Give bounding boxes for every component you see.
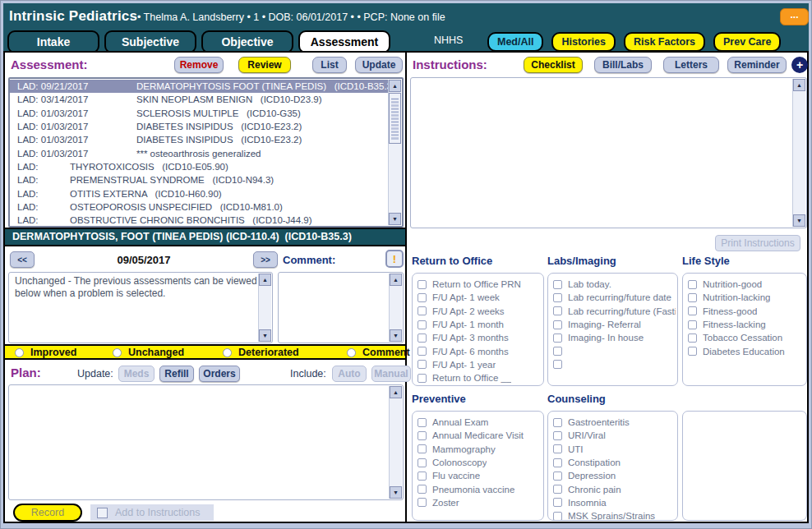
assessment-note-textarea[interactable]: Unchanged - The previous assessments can… [8,272,273,343]
scroll-up-icon[interactable]: ▲ [390,274,402,286]
assessment-row[interactable]: LAD:OSTEOPOROSIS UNSPECIFIED (ICD10-M81.… [10,200,388,214]
checkbox-icon[interactable] [553,431,562,440]
checkbox-icon[interactable] [553,306,562,315]
checkbox-item-chronic-pain[interactable]: Chronic pain [553,482,676,495]
checkbox-item-diabetes-education[interactable]: Diabetes Education [688,344,805,357]
checkbox-icon[interactable] [418,485,427,494]
assessment-row[interactable]: LAD:THYROTOXICOSIS (ICD10-E05.90) [10,160,388,173]
checkbox-icon[interactable] [688,293,697,302]
note-scrollbar[interactable]: ▲ ▼ [258,274,271,342]
checkbox-icon[interactable] [553,472,562,481]
bill-labs-button[interactable]: Bill/Labs [594,57,652,73]
med-all-button[interactable]: Med/All [487,32,543,52]
scroll-down-icon[interactable]: ▼ [390,486,402,499]
record-button[interactable]: Record [13,504,82,522]
manual-button[interactable]: Manual [371,366,411,382]
next-date-button[interactable]: >> [253,251,278,268]
tab-assessment[interactable]: Assessment [298,30,390,53]
checklist-button[interactable]: Checklist [524,57,583,73]
checkbox-icon[interactable] [418,431,427,440]
checkbox-icon[interactable] [553,360,562,369]
risk-factors-button[interactable]: Risk Factors [624,32,705,52]
instructions-scrollbar[interactable]: ▲ ▼ [792,79,805,227]
checkbox-icon[interactable] [688,347,697,356]
checkbox-item-f-u-apt-6-months[interactable]: F/U Apt- 6 months [418,344,542,357]
prev-care-button[interactable]: Prev Care [713,32,781,52]
add-to-instructions-checkbox[interactable] [97,508,108,518]
checkbox-icon[interactable] [418,347,427,356]
status-option-improved[interactable]: Improved [15,347,76,358]
scroll-down-icon[interactable]: ▼ [389,213,401,225]
checkbox-item-lab-recurring-future-date[interactable]: Lab recurring/future date [553,291,676,304]
orders-button[interactable]: Orders [199,366,240,382]
alert-button[interactable]: ! [385,250,404,268]
assessment-row[interactable]: LAD: 09/21/2017DERMATOPHYTOSIS FOOT (TIN… [10,80,388,93]
checkbox-icon[interactable] [553,334,562,343]
checkbox-item-colonoscopy[interactable]: Colonoscopy [418,456,542,469]
checkbox-icon[interactable] [418,293,427,302]
checkbox-item-lab-recurring-future-fasti[interactable]: Lab recurring/future (Fasti [553,305,676,318]
plan-scrollbar[interactable]: ▲ ▼ [389,386,402,499]
reminder-button[interactable]: Reminder [727,57,787,73]
meds-button[interactable]: Meds [118,366,155,382]
assessment-row[interactable]: LAD: 03/14/2017SKIN NEOPLASM BENIGN (ICD… [10,93,388,106]
checkbox-item-annual-medicare-visit[interactable]: Annual Medicare Visit [418,429,542,442]
checkbox-item-insomnia[interactable]: Insomnia [553,496,676,509]
checkbox-item-gastroenteritis[interactable]: Gastroenteritis [553,416,676,429]
checkbox-icon[interactable] [418,306,427,315]
list-button[interactable]: List [312,57,347,73]
checkbox-item-fitness-good[interactable]: Fitness-good [688,305,805,318]
print-instructions-button[interactable]: Print Instructions [715,235,800,251]
assessment-row[interactable]: LAD: 01/03/2017DIABETES INSIPIDUS (ICD10… [10,120,388,133]
instructions-textarea[interactable]: ▲ ▼ [410,77,807,228]
checkbox-icon[interactable] [688,320,697,329]
assessment-row[interactable]: LAD:PREMENSTRUAL SYNDROME (ICD10-N94.3) [10,173,388,186]
checkbox-icon[interactable] [418,374,427,383]
refill-button[interactable]: Refill [159,366,194,382]
checkbox-item-flu-vaccine[interactable]: Flu vaccine [418,469,542,482]
scrollbar-thumb[interactable] [389,93,401,144]
assessment-row[interactable]: LAD:OTITIS EXTERNA (ICD10-H60.90) [10,186,388,200]
assessment-row[interactable]: LAD: 01/03/2017*** osteoarthrosis genera… [10,146,388,159]
histories-button[interactable]: Histories [551,32,616,52]
plan-textarea[interactable]: ▲ ▼ [8,384,404,500]
checkbox-icon[interactable] [418,498,427,507]
tab-subjective[interactable]: Subjective [104,30,196,53]
checkbox-icon[interactable] [553,485,562,494]
checkbox-item-uti[interactable]: UTI [553,443,676,456]
checkbox-item-msk-sprains-strains[interactable]: MSK Sprains/Strains [553,509,676,521]
assessment-row[interactable]: LAD: 01/03/2017SCLEROSIS MULTIPLE (ICD10… [10,107,388,120]
checkbox-item-depression[interactable]: Depression [553,469,676,482]
radio-icon[interactable] [223,348,232,357]
checkbox-icon[interactable] [553,458,562,467]
checkbox-icon[interactable] [418,334,427,343]
radio-icon[interactable] [113,348,122,357]
scroll-up-icon[interactable]: ▲ [389,80,401,92]
checkbox-icon[interactable] [418,472,427,481]
update-button[interactable]: Update [355,57,403,73]
scroll-up-icon[interactable]: ▲ [390,386,402,398]
tab-objective[interactable]: Objective [201,30,293,53]
checkbox-icon[interactable] [553,347,562,356]
checkbox-icon[interactable] [418,444,427,453]
checkbox-item-f-u-apt-1-year[interactable]: F/U Apt- 1 year [418,358,542,371]
checkbox-icon[interactable] [418,280,427,289]
checkbox-icon[interactable] [418,360,427,369]
checkbox-icon[interactable] [553,293,562,302]
scroll-down-icon[interactable]: ▼ [259,329,271,342]
assessment-list-scrollbar[interactable]: ▲ ▼ [388,80,401,225]
checkbox-icon[interactable] [688,334,697,343]
status-option-unchanged[interactable]: Unchanged [113,347,184,358]
more-options-button[interactable]: ... [780,8,809,25]
checkbox-item-lab-today[interactable]: Lab today. [553,278,676,291]
tab-intake[interactable]: Intake [7,30,99,53]
checkbox-icon[interactable] [418,418,427,427]
checkbox-item-mammography[interactable]: Mammography [418,443,542,456]
checkbox-icon[interactable] [553,418,562,427]
checkbox-item-tobacco-cessation[interactable]: Tobacco Cessation [688,331,805,344]
scroll-up-icon[interactable]: ▲ [259,274,271,286]
comment-scrollbar[interactable]: ▲ ▼ [389,274,402,342]
checkbox-icon[interactable] [553,512,562,521]
prev-date-button[interactable]: << [10,251,35,268]
checkbox-item-imaging-referral[interactable]: Imaging- Referral [553,318,676,331]
